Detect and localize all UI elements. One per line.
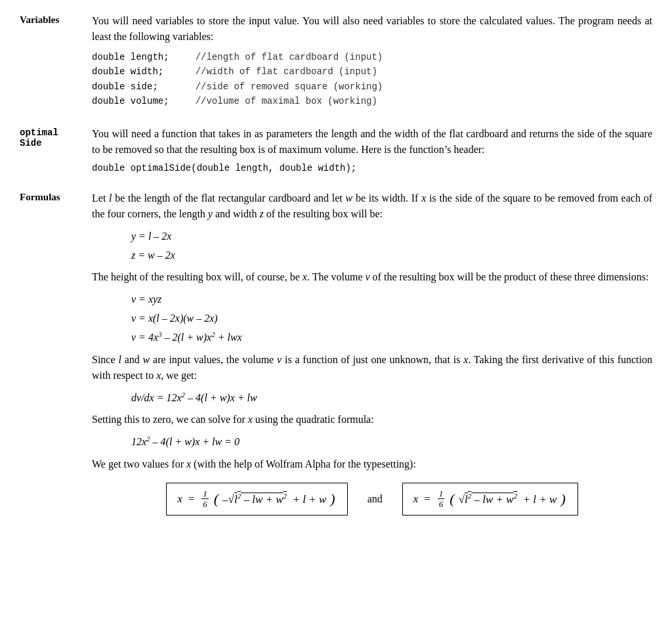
variables-content: You will need variables to store the inp…	[92, 13, 652, 114]
variables-label: Variables	[20, 13, 92, 26]
formulas-content: Let l be the length of the flat rectangu…	[92, 190, 652, 516]
vol-eq1: v = xyz	[131, 290, 652, 308]
vol-eq2: v = x(l – 2x)(w – 2x)	[131, 309, 652, 327]
var-w: w	[345, 192, 352, 204]
optimal-side-para: You will need a function that takes in a…	[92, 126, 652, 158]
quad-eq: 12x2 – 4(l + w)x + lw = 0	[131, 433, 652, 451]
eq-right-x: x	[413, 493, 419, 506]
eq-left-equals: =	[188, 493, 195, 506]
comment-2: //width of flat cardboard (input)	[196, 64, 383, 79]
yz-formulas: y = l – 2x z = w – 2x	[131, 227, 652, 264]
formulas-section: Formulas Let l be the length of the flat…	[20, 190, 652, 516]
equation-left-box: x = 1 6 ( –√l2 – lw + w2 + l + w )	[166, 483, 347, 516]
var-y: y	[208, 208, 213, 219]
var-x: x	[421, 192, 426, 204]
formulas-para5: We get two values for x (with the help o…	[92, 456, 652, 472]
optimal-side-code: double optimalSide(double length, double…	[92, 163, 652, 173]
comment-4: //volume of maximal box (working)	[196, 94, 383, 108]
eq-left-paren-open: (	[214, 491, 219, 508]
derivative-formula: dv/dx = 12x2 – 4(l + w)x + lw	[131, 389, 652, 407]
optimal-side-content: You will need a function that takes in a…	[92, 126, 652, 179]
comment-3: //side of removed square (working)	[196, 79, 383, 94]
optimal-side-section: optimal Side You will need a function th…	[20, 126, 652, 179]
and-separator: and	[368, 493, 383, 505]
volume-formulas: v = xyz v = x(l – 2x)(w – 2x) v = 4x3 – …	[131, 290, 652, 347]
code-declarations: double length; double width; double side…	[92, 50, 169, 109]
eq-left-paren-close: )	[330, 491, 335, 508]
eq-left-inner: –√l2 – lw + w2 + l + w	[222, 492, 326, 506]
optimal-side-label: optimal Side	[20, 126, 92, 148]
variables-code-block: double length; double width; double side…	[92, 50, 652, 109]
var-z: z	[259, 208, 263, 219]
variables-section: Variables You will need variables to sto…	[20, 13, 652, 114]
formulas-para4: Setting this to zero, we can solve for x…	[92, 412, 652, 428]
formulas-para2: The height of the resulting box will, of…	[92, 269, 652, 285]
formulas-para3: Since l and w are input values, the volu…	[92, 352, 652, 384]
frac-left-num: 1	[201, 489, 209, 500]
eq-right-equals: =	[423, 493, 430, 506]
var-l: l	[109, 192, 112, 204]
frac-right-num: 1	[438, 489, 445, 500]
z-formula: z = w – 2x	[131, 246, 652, 264]
code-line-3: double side;	[92, 79, 169, 94]
deriv-eq: dv/dx = 12x2 – 4(l + w)x + lw	[131, 389, 652, 407]
formulas-label: Formulas	[20, 190, 92, 203]
optimal-label-line1: optimal	[20, 127, 92, 138]
frac-right-den: 6	[438, 499, 445, 510]
frac-left-den: 6	[201, 499, 209, 510]
eq-right-inner: √l2 – lw + w2 + l + w	[459, 492, 557, 506]
final-equations: x = 1 6 ( –√l2 – lw + w2 + l + w ) and	[92, 483, 652, 516]
comment-1: //length of flat cardboard (input)	[196, 50, 383, 64]
variables-intro: You will need variables to store the inp…	[92, 13, 652, 45]
y-formula: y = l – 2x	[131, 227, 652, 245]
vol-eq3: v = 4x3 – 2(l + w)x2 + lwx	[131, 328, 652, 347]
page-content: Variables You will need variables to sto…	[20, 13, 652, 527]
fraction-left: 1 6	[201, 489, 209, 510]
eq-left-x: x	[177, 493, 182, 506]
quadratic-formula: 12x2 – 4(l + w)x + lw = 0	[131, 433, 652, 451]
formulas-para1: Let l be the length of the flat rectangu…	[92, 190, 652, 222]
code-line-2: double width;	[92, 64, 169, 79]
fraction-right: 1 6	[438, 489, 445, 510]
code-line-4: double volume;	[92, 94, 169, 108]
eq-right-paren-close: )	[560, 491, 565, 508]
code-comments: //length of flat cardboard (input) //wid…	[196, 50, 383, 109]
equation-right-box: x = 1 6 ( √l2 – lw + w2 + l + w )	[402, 483, 578, 516]
eq-right-paren-open: (	[450, 491, 454, 508]
code-line-1: double length;	[92, 50, 169, 64]
optimal-label-line2: Side	[20, 138, 92, 148]
